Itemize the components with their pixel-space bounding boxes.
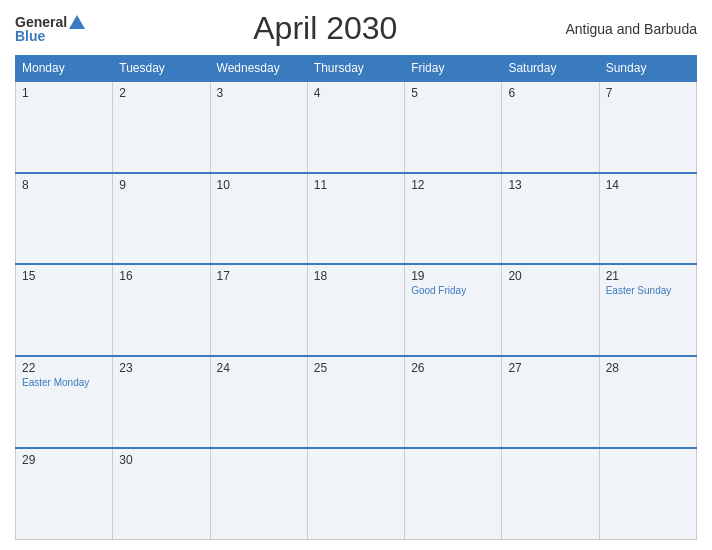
calendar-cell: 2: [113, 81, 210, 173]
calendar-cell: 19Good Friday: [405, 264, 502, 356]
day-number: 19: [411, 269, 495, 283]
calendar-cell: 17: [210, 264, 307, 356]
calendar-cell: 18: [307, 264, 404, 356]
day-number: 21: [606, 269, 690, 283]
day-number: 20: [508, 269, 592, 283]
calendar-cell: 22Easter Monday: [16, 356, 113, 448]
calendar-cell: 5: [405, 81, 502, 173]
calendar-cell: 13: [502, 173, 599, 265]
weekday-header-saturday: Saturday: [502, 56, 599, 82]
calendar-cell: 28: [599, 356, 696, 448]
holiday-label: Good Friday: [411, 285, 495, 296]
calendar-cell: 26: [405, 356, 502, 448]
day-number: 4: [314, 86, 398, 100]
logo-general-text: General: [15, 15, 67, 29]
day-number: 13: [508, 178, 592, 192]
calendar-cell: 11: [307, 173, 404, 265]
calendar-cell: 3: [210, 81, 307, 173]
calendar-cell: 10: [210, 173, 307, 265]
day-number: 1: [22, 86, 106, 100]
calendar-cell: 6: [502, 81, 599, 173]
calendar-cell: 4: [307, 81, 404, 173]
day-number: 3: [217, 86, 301, 100]
day-number: 16: [119, 269, 203, 283]
calendar-cell: 9: [113, 173, 210, 265]
day-number: 10: [217, 178, 301, 192]
holiday-label: Easter Sunday: [606, 285, 690, 296]
day-number: 18: [314, 269, 398, 283]
day-number: 25: [314, 361, 398, 375]
day-number: 24: [217, 361, 301, 375]
calendar-cell: [599, 448, 696, 540]
calendar-cell: 24: [210, 356, 307, 448]
day-number: 8: [22, 178, 106, 192]
calendar-cell: 20: [502, 264, 599, 356]
weekday-header-monday: Monday: [16, 56, 113, 82]
day-number: 27: [508, 361, 592, 375]
day-number: 23: [119, 361, 203, 375]
day-number: 26: [411, 361, 495, 375]
day-number: 14: [606, 178, 690, 192]
calendar-cell: 23: [113, 356, 210, 448]
day-number: 9: [119, 178, 203, 192]
day-number: 5: [411, 86, 495, 100]
calendar-cell: 25: [307, 356, 404, 448]
calendar-row-1: 891011121314: [16, 173, 697, 265]
logo-triangle-icon: [69, 15, 85, 29]
day-number: 17: [217, 269, 301, 283]
calendar-body: 12345678910111213141516171819Good Friday…: [16, 81, 697, 540]
weekday-header-tuesday: Tuesday: [113, 56, 210, 82]
calendar-cell: 16: [113, 264, 210, 356]
weekday-header-wednesday: Wednesday: [210, 56, 307, 82]
calendar-header: MondayTuesdayWednesdayThursdayFridaySatu…: [16, 56, 697, 82]
day-number: 30: [119, 453, 203, 467]
calendar-row-0: 1234567: [16, 81, 697, 173]
weekday-header-sunday: Sunday: [599, 56, 696, 82]
holiday-label: Easter Monday: [22, 377, 106, 388]
weekday-header-row: MondayTuesdayWednesdayThursdayFridaySatu…: [16, 56, 697, 82]
day-number: 22: [22, 361, 106, 375]
calendar-row-4: 2930: [16, 448, 697, 540]
calendar-cell: 15: [16, 264, 113, 356]
calendar-cell: 12: [405, 173, 502, 265]
day-number: 11: [314, 178, 398, 192]
calendar-table: MondayTuesdayWednesdayThursdayFridaySatu…: [15, 55, 697, 540]
calendar-cell: 1: [16, 81, 113, 173]
calendar-cell: 29: [16, 448, 113, 540]
logo-blue-text: Blue: [15, 29, 45, 43]
day-number: 15: [22, 269, 106, 283]
page-title: April 2030: [253, 10, 397, 47]
calendar-cell: 21Easter Sunday: [599, 264, 696, 356]
weekday-header-thursday: Thursday: [307, 56, 404, 82]
country-label: Antigua and Barbuda: [565, 21, 697, 37]
calendar-cell: 8: [16, 173, 113, 265]
day-number: 7: [606, 86, 690, 100]
page-header: General Blue April 2030 Antigua and Barb…: [15, 10, 697, 47]
calendar-cell: 14: [599, 173, 696, 265]
calendar-row-2: 1516171819Good Friday2021Easter Sunday: [16, 264, 697, 356]
day-number: 28: [606, 361, 690, 375]
calendar-cell: 7: [599, 81, 696, 173]
logo: General Blue: [15, 15, 85, 43]
calendar-cell: [502, 448, 599, 540]
calendar-cell: 27: [502, 356, 599, 448]
calendar-cell: 30: [113, 448, 210, 540]
day-number: 2: [119, 86, 203, 100]
day-number: 6: [508, 86, 592, 100]
day-number: 29: [22, 453, 106, 467]
calendar-cell: [405, 448, 502, 540]
calendar-cell: [210, 448, 307, 540]
calendar-row-3: 22Easter Monday232425262728: [16, 356, 697, 448]
weekday-header-friday: Friday: [405, 56, 502, 82]
calendar-cell: [307, 448, 404, 540]
day-number: 12: [411, 178, 495, 192]
